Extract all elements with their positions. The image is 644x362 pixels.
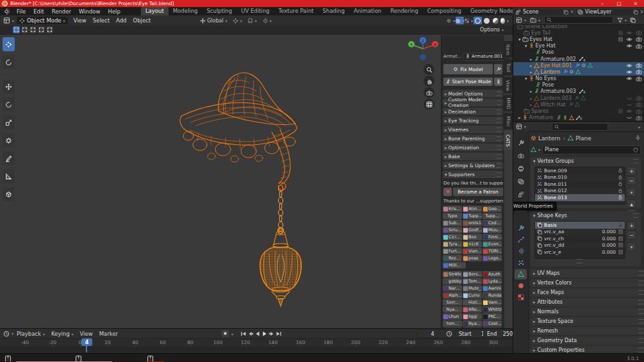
hide-closed-icon[interactable] xyxy=(626,115,632,120)
start-pose-mode-button[interactable]: Start Pose Mode xyxy=(443,78,493,86)
tab-texture[interactable] xyxy=(515,292,527,302)
tab-view-layer[interactable] xyxy=(515,176,527,186)
outliner-row-lantern[interactable]: Lantern xyxy=(513,69,644,75)
drag-grip-icon[interactable] xyxy=(497,172,501,177)
unlink-scene-icon[interactable]: × xyxy=(570,9,574,15)
shading-material-button[interactable] xyxy=(491,17,500,24)
hide-icon[interactable] xyxy=(626,109,632,113)
timeline-track[interactable] xyxy=(0,347,513,352)
outliner-row-eyes-hat[interactable]: Eyes Hat ✓ xyxy=(513,36,644,42)
hide-closed-icon[interactable] xyxy=(626,96,632,101)
hide-icon[interactable] xyxy=(626,76,632,81)
remove-viewlayer-icon[interactable]: × xyxy=(640,9,644,15)
tab-particles[interactable] xyxy=(515,258,527,268)
mute-checkbox[interactable]: ✓ xyxy=(618,250,623,254)
timeline-menu-marker[interactable]: Marker xyxy=(96,331,121,337)
outliner-row-eye-hat-001[interactable]: Eye Hat.001 xyxy=(513,62,644,69)
supporter-button[interactable]: Str4fe xyxy=(443,271,462,277)
new-scene-icon[interactable] xyxy=(563,10,568,15)
exclude-checkbox[interactable] xyxy=(618,109,623,113)
drag-grip-icon[interactable] xyxy=(497,163,501,168)
render-visibility-icon[interactable] xyxy=(636,109,642,114)
outliner-row-armature[interactable]: Armature 6 xyxy=(513,115,644,121)
drag-grip-icon[interactable] xyxy=(638,271,643,276)
supporter-button[interactable]: Hizli... xyxy=(463,299,482,306)
select-mode-invert-icon[interactable] xyxy=(38,26,45,33)
section-visemes[interactable]: Visemes xyxy=(443,126,503,133)
render-visibility-icon[interactable] xyxy=(636,102,642,107)
maximize-button[interactable]: □ xyxy=(611,0,627,7)
lock-icon[interactable] xyxy=(618,175,623,180)
supporter-button[interactable]: Cool... xyxy=(483,320,502,327)
supporter-button[interactable]: gobby xyxy=(443,278,462,284)
drag-grip-icon[interactable] xyxy=(497,110,501,114)
panel-face-maps[interactable]: Face Maps xyxy=(531,288,644,297)
supporter-button[interactable]: Godf... xyxy=(463,227,482,233)
current-frame-field[interactable]: 4 xyxy=(417,329,449,338)
supporter-button[interactable]: Finni... xyxy=(483,234,502,240)
vertex-groups-list[interactable]: Bone.009 Bone.010 Bone.011 Bone.012 Bone… xyxy=(534,167,625,204)
hide-icon[interactable] xyxy=(626,63,632,68)
supporter-button[interactable]: hon... xyxy=(443,320,462,327)
drag-grip-icon[interactable] xyxy=(497,92,501,96)
hide-icon[interactable] xyxy=(626,70,632,74)
sidebar-tab-item[interactable]: Item xyxy=(504,41,513,58)
pin-icon[interactable] xyxy=(635,135,641,141)
breadcrumb-object[interactable]: Lantern xyxy=(538,135,561,142)
mute-checkbox[interactable]: ✓ xyxy=(618,243,623,247)
xray-toggle[interactable] xyxy=(465,17,473,24)
jump-to-end-button[interactable] xyxy=(275,330,282,337)
sidebar-tab-cats[interactable]: CATS xyxy=(504,131,513,150)
tab-constraints[interactable] xyxy=(515,234,527,245)
panel-vertex-colors[interactable]: Vertex Colors xyxy=(531,279,644,287)
perspective-toggle-button[interactable] xyxy=(424,99,434,110)
section-supporters[interactable]: Supporters xyxy=(443,170,503,178)
fix-model-settings-button[interactable] xyxy=(494,64,502,74)
mesh-data-selector[interactable] xyxy=(531,147,540,152)
render-visibility-icon[interactable] xyxy=(636,76,642,81)
render-visibility-icon[interactable] xyxy=(636,115,642,120)
outliner-row-eye-hat[interactable]: Eye Hat xyxy=(513,43,644,49)
timeline-menu-view[interactable]: View xyxy=(77,331,96,337)
supporter-button[interactable]: Whittz xyxy=(483,306,502,313)
blender-app-icon[interactable] xyxy=(3,8,10,15)
timeline-editor-type[interactable] xyxy=(3,331,13,337)
supporter-button[interactable]: Kris... xyxy=(443,206,462,212)
play-reverse-button[interactable] xyxy=(254,330,261,337)
tool-transform[interactable] xyxy=(3,133,15,147)
panel-normals[interactable]: Normals xyxy=(531,308,644,316)
supporter-button[interactable]: Runda xyxy=(483,292,502,299)
supporter-button[interactable]: PKC... xyxy=(483,313,502,320)
drag-grip-icon[interactable] xyxy=(633,159,638,163)
shape-keys-list[interactable]: Basis✓ vrc.v_aa0.000✓ vrc.v_ch0.000✓ vrc… xyxy=(534,221,625,259)
render-visibility-icon[interactable] xyxy=(636,69,642,74)
supporter-button[interactable]: Mute_ xyxy=(463,285,482,292)
sidebar-tab-mmd[interactable]: MMD xyxy=(504,95,513,111)
supporter-button[interactable]: TORI... xyxy=(483,248,502,254)
viewport-menu-object[interactable]: Object xyxy=(129,17,154,24)
supporter-button[interactable]: Nar... xyxy=(443,285,462,292)
auto-keying-button[interactable] xyxy=(222,330,229,337)
shading-solid-button[interactable] xyxy=(483,17,491,24)
panel-custom-properties[interactable]: Custom Properties xyxy=(531,346,644,353)
outliner-row-armature-003[interactable]: Armature.003 4 xyxy=(513,88,644,95)
tool-scale[interactable] xyxy=(3,115,15,129)
new-viewlayer-icon[interactable] xyxy=(633,10,638,15)
section-optimization[interactable]: Optimization xyxy=(443,144,503,151)
outliner-row-lantern-003[interactable]: Lantern.003 xyxy=(513,95,644,101)
close-button[interactable]: × xyxy=(627,0,644,7)
outliner-row-witch-hat[interactable]: Witch Hat xyxy=(513,101,644,108)
properties-options-dropdown[interactable] xyxy=(636,124,640,130)
supporter-button[interactable]: Atiri... xyxy=(463,206,482,212)
outliner-search-input[interactable] xyxy=(544,16,613,24)
mute-checkbox[interactable]: ✓ xyxy=(618,229,623,234)
drag-grip-icon[interactable] xyxy=(497,154,501,159)
move-vertex-group-up-button[interactable]: ▲ xyxy=(627,199,636,208)
supporter-button[interactable]: Even... xyxy=(483,241,502,247)
hide-icon[interactable] xyxy=(626,31,632,35)
previous-keyframe-button[interactable] xyxy=(247,330,254,337)
drag-grip-icon[interactable] xyxy=(633,213,638,218)
select-mode-subtract-icon[interactable] xyxy=(29,26,37,33)
playhead-line[interactable] xyxy=(86,346,87,352)
shape-key-specials-button[interactable] xyxy=(627,242,636,251)
